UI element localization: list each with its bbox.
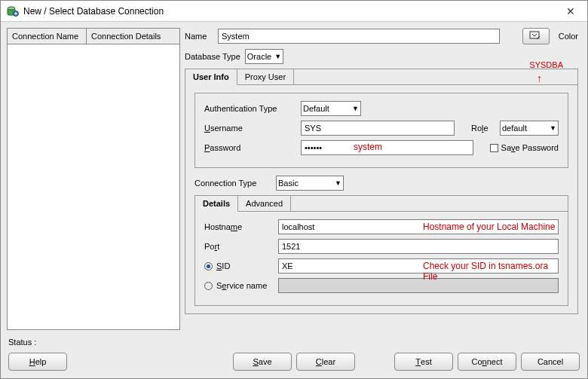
- name-label: Name: [185, 32, 213, 41]
- connect-button[interactable]: Connect: [458, 353, 516, 371]
- save-password-checkbox[interactable]: [490, 144, 498, 152]
- auth-type-select[interactable]: Default▼: [301, 101, 361, 116]
- chevron-down-icon: ▼: [352, 105, 359, 112]
- hostname-input[interactable]: [278, 219, 559, 234]
- port-label: Port: [204, 242, 272, 251]
- right-panel: Name Color Database Type Oracle▼ User In…: [185, 28, 581, 330]
- conn-type-label: Connection Type: [194, 179, 271, 188]
- window-title: New / Select Database Connection: [23, 6, 164, 17]
- sid-input[interactable]: [278, 258, 559, 274]
- auth-group: SYSDBA ↑ Authentication Type Default▼ Us…: [194, 93, 568, 168]
- left-panel: Connection Name Connection Details: [7, 28, 180, 330]
- auth-type-label: Authentication Type: [204, 104, 295, 113]
- hostname-label: Hostname: [204, 222, 272, 231]
- role-select[interactable]: default▼: [500, 121, 559, 136]
- password-label: Password: [204, 143, 295, 152]
- chevron-down-icon: ▼: [335, 179, 341, 187]
- col-connection-name: Connection Name: [8, 29, 87, 44]
- cancel-button[interactable]: Cancel: [521, 353, 580, 371]
- arrow-up-icon: ↑: [537, 72, 542, 84]
- service-name-input[interactable]: [278, 278, 559, 293]
- color-label: Color: [559, 32, 578, 41]
- save-password-label: Save Password: [501, 143, 559, 152]
- chevron-down-icon: ▼: [274, 53, 281, 60]
- service-radio-label: Service name: [204, 281, 272, 290]
- sid-radio[interactable]: [204, 262, 213, 270]
- username-label: Username: [204, 124, 295, 133]
- tab-advanced[interactable]: Advanced: [238, 196, 291, 211]
- connection-list[interactable]: Connection Name Connection Details: [7, 28, 180, 330]
- close-icon[interactable]: ✕: [560, 5, 581, 17]
- tab-user-info[interactable]: User Info: [185, 69, 237, 85]
- annotation-sysdba: SYSDBA: [529, 60, 563, 69]
- database-icon: [7, 5, 19, 17]
- chevron-down-icon: ▼: [550, 124, 556, 132]
- name-input[interactable]: [218, 29, 500, 44]
- footer: Help Save Clear Test Connect Cancel: [1, 348, 587, 378]
- save-button[interactable]: Save: [233, 353, 292, 371]
- conn-type-select[interactable]: Basic▼: [276, 176, 344, 191]
- svg-rect-3: [530, 32, 539, 38]
- user-tabs: User Info Proxy User SYSDBA ↑ Authentica…: [185, 69, 578, 314]
- db-type-select[interactable]: Oracle▼: [245, 49, 283, 64]
- dialog-window: New / Select Database Connection ✕ Conne…: [0, 0, 588, 379]
- svg-point-1: [8, 7, 15, 10]
- password-input[interactable]: [301, 140, 473, 155]
- titlebar: New / Select Database Connection ✕: [1, 1, 587, 22]
- port-input[interactable]: [278, 239, 559, 254]
- tab-proxy-user[interactable]: Proxy User: [237, 69, 294, 84]
- detail-tabs: Details Advanced Hostname Hostname of yo…: [194, 195, 568, 306]
- username-input[interactable]: [301, 121, 455, 136]
- status-label: Status :: [1, 336, 587, 348]
- help-button[interactable]: Help: [8, 353, 67, 371]
- db-type-label: Database Type: [185, 52, 240, 61]
- sid-radio-label: SID: [204, 261, 272, 270]
- test-button[interactable]: Test: [394, 353, 453, 371]
- tab-details[interactable]: Details: [195, 196, 238, 212]
- color-button[interactable]: [522, 28, 550, 44]
- clear-button[interactable]: Clear: [296, 353, 355, 371]
- role-label: Role: [471, 124, 494, 133]
- col-connection-details: Connection Details: [87, 29, 179, 44]
- service-name-radio[interactable]: [204, 282, 213, 290]
